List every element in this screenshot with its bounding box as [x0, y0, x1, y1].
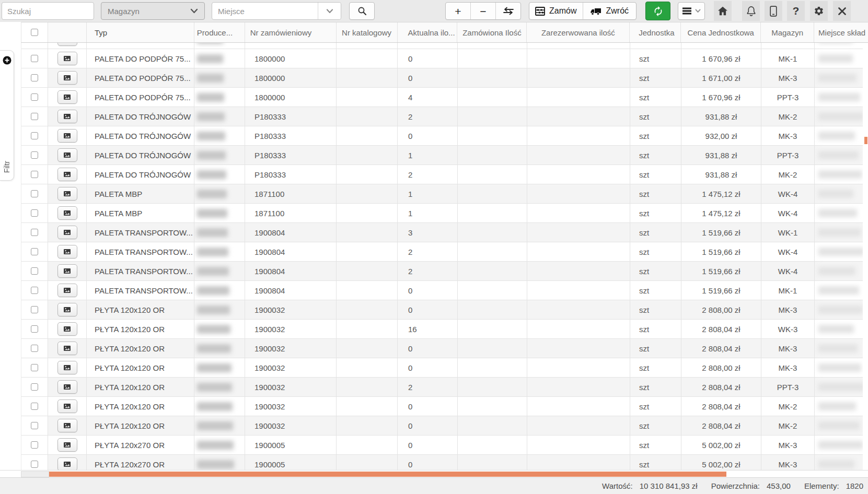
image-preview-button[interactable]	[57, 361, 77, 374]
row-checkbox[interactable]	[31, 248, 38, 255]
row-checkbox[interactable]	[31, 209, 38, 217]
table-row[interactable]: PŁYTA 120x120 OR19000320szt2 808,04 złMK…	[21, 397, 868, 416]
table-row[interactable]: PALETA DO PODPÓR 75...18000004szt1 670,9…	[21, 88, 868, 107]
table-row[interactable]: PŁYTA 120x120 OR19000320szt2 808,04 złMK…	[21, 416, 868, 436]
row-checkbox[interactable]	[31, 364, 38, 371]
table-row[interactable]: PALETA DO TRÓJNOGÓWP1803332szt931,88 złM…	[21, 165, 868, 184]
row-checkbox[interactable]	[31, 93, 38, 101]
column-header-nrzam[interactable]: Nr zamówieniowy	[245, 22, 337, 42]
row-checkbox[interactable]	[31, 306, 38, 313]
table-row[interactable]: PŁYTA 120x270 OR19000050szt5 002,00 złMK…	[21, 455, 868, 470]
table-row[interactable]: PŁYTA 120x270 OR19000050szt5 002,00 złMK…	[21, 436, 868, 455]
subtract-button[interactable]: −	[470, 3, 495, 19]
column-header-nrkat[interactable]: Nr katalogowy	[337, 22, 398, 42]
zwroc-button[interactable]: Zwróć	[583, 3, 636, 19]
help-button[interactable]: ?	[787, 1, 805, 21]
add-button[interactable]: +	[446, 3, 470, 19]
column-header-miejsce[interactable]: Miejsce skład	[814, 22, 868, 42]
vertical-scrollbar-track[interactable]	[863, 43, 868, 470]
row-checkbox[interactable]	[31, 55, 38, 62]
close-button[interactable]	[833, 1, 851, 21]
image-preview-button[interactable]	[57, 110, 77, 123]
row-checkbox[interactable]	[31, 461, 38, 468]
table-row[interactable]: PALETA TRANSPORTOW...19008040szt1 519,66…	[21, 281, 868, 300]
refresh-button[interactable]	[645, 2, 670, 20]
table-row[interactable]: PALETA DO TRÓJNOGÓWP1803331szt931,88 złP…	[21, 146, 868, 165]
row-checkbox[interactable]	[31, 151, 38, 159]
image-preview-button[interactable]	[57, 342, 77, 355]
image-preview-button[interactable]	[57, 457, 77, 470]
image-preview-button[interactable]	[57, 71, 77, 85]
column-header-typ[interactable]: Typ	[87, 22, 194, 42]
row-checkbox[interactable]	[31, 190, 38, 197]
image-preview-button[interactable]	[57, 206, 77, 220]
magazyn-select[interactable]: Magazyn	[101, 2, 205, 20]
horizontal-scrollbar-thumb[interactable]	[49, 472, 726, 477]
table-row[interactable]: PŁYTA 120x120 OR190003216szt2 808,04 złW…	[21, 320, 868, 339]
image-preview-button[interactable]	[57, 52, 77, 65]
table-row[interactable]: PALETA TRANSPORTOW...19008043szt1 519,66…	[21, 223, 868, 242]
row-checkbox[interactable]	[31, 267, 38, 275]
column-header-aktualna[interactable]: Aktualna ilo...	[398, 22, 458, 42]
row-checkbox[interactable]	[31, 345, 38, 352]
row-checkbox[interactable]	[31, 132, 38, 139]
image-preview-button[interactable]	[57, 399, 77, 413]
image-preview-button[interactable]	[57, 43, 77, 46]
table-row[interactable]: PALETA MBP18711001szt1 475,12 złWK-4	[21, 204, 868, 223]
settings-button[interactable]	[810, 1, 828, 21]
column-header-zamowiona[interactable]: Zamówiona Ilość	[457, 22, 527, 42]
notifications-button[interactable]	[742, 1, 760, 21]
table-row[interactable]: PŁYTA 120x120 OR19000320szt2 808,00 złMK…	[21, 300, 868, 320]
row-checkbox[interactable]	[31, 383, 38, 391]
image-preview-button[interactable]	[57, 187, 77, 201]
horizontal-scrollbar-track[interactable]	[0, 470, 868, 477]
image-preview-button[interactable]	[57, 245, 77, 258]
image-preview-button[interactable]	[57, 419, 77, 432]
vertical-scrollbar-thumb[interactable]	[864, 137, 867, 144]
image-preview-button[interactable]	[57, 129, 77, 143]
row-checkbox[interactable]	[31, 441, 38, 449]
row-checkbox[interactable]	[31, 171, 38, 178]
table-row[interactable]	[21, 43, 868, 49]
plus-circle-icon[interactable]	[3, 56, 11, 65]
column-header-produce[interactable]: Produce...	[194, 22, 245, 42]
image-preview-button[interactable]	[57, 168, 77, 181]
image-preview-button[interactable]	[57, 264, 77, 278]
home-button[interactable]	[714, 1, 732, 21]
image-preview-button[interactable]	[57, 148, 77, 162]
zamow-button[interactable]: Zamów	[529, 3, 583, 19]
transfer-button[interactable]	[495, 3, 520, 19]
column-header-zarez[interactable]: Zarezerwowana ilość	[527, 22, 630, 42]
image-preview-button[interactable]	[57, 322, 77, 336]
row-checkbox[interactable]	[31, 422, 38, 429]
filter-panel-tab[interactable]: Filtr	[0, 50, 14, 181]
row-checkbox[interactable]	[31, 74, 38, 81]
row-checkbox[interactable]	[31, 113, 38, 120]
row-checkbox[interactable]	[31, 325, 38, 333]
table-row[interactable]: PALETA TRANSPORTOW...19008042szt1 519,66…	[21, 262, 868, 281]
table-row[interactable]: PŁYTA 120x120 OR19000320szt2 808,00 złMK…	[21, 358, 868, 378]
image-preview-button[interactable]	[57, 380, 77, 394]
image-preview-button[interactable]	[57, 438, 77, 452]
table-row[interactable]: PALETA DO PODPÓR 75...18000000szt1 671,0…	[21, 68, 868, 88]
column-header-mag[interactable]: Magazyn	[761, 22, 814, 42]
table-row[interactable]: PALETA TRANSPORTOW...19008042szt1 519,66…	[21, 242, 868, 262]
search-button[interactable]	[349, 2, 375, 20]
table-row[interactable]: PŁYTA 120x120 OR19000320szt2 808,04 złMK…	[21, 339, 868, 358]
column-header-jedn[interactable]: Jednostka	[630, 22, 681, 42]
table-row[interactable]: PALETA DO TRÓJNOGÓWP1803330szt932,00 złM…	[21, 126, 868, 146]
menu-dropdown-button[interactable]	[678, 2, 705, 20]
select-all-checkbox[interactable]	[31, 29, 38, 36]
table-row[interactable]: PŁYTA 120x120 OR19000322szt2 808,04 złPP…	[21, 378, 868, 397]
table-row[interactable]: PALETA MBP18711001szt1 475,12 złWK-4	[21, 184, 868, 204]
search-input[interactable]	[2, 2, 94, 20]
miejsce-combobox[interactable]: Miejsce	[212, 2, 341, 20]
miejsce-dropdown-button[interactable]	[318, 3, 341, 19]
row-checkbox[interactable]	[31, 287, 38, 294]
table-row[interactable]: PALETA DO PODPÓR 75...18000000szt1 670,9…	[21, 49, 868, 68]
column-header-cena[interactable]: Cena Jednostkowa	[681, 22, 761, 42]
table-row[interactable]: PALETA DO TRÓJNOGÓWP1803332szt931,88 złM…	[21, 107, 868, 126]
image-preview-button[interactable]	[57, 284, 77, 297]
mobile-button[interactable]	[765, 1, 782, 21]
image-preview-button[interactable]	[57, 226, 77, 239]
